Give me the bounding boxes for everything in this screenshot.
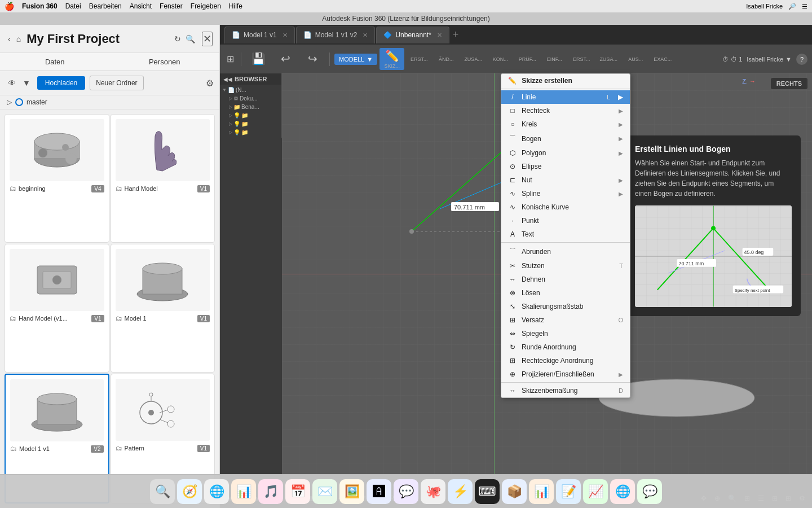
undo-button[interactable]: ↩ (273, 51, 298, 67)
dock-slack[interactable]: 💬 (394, 479, 418, 504)
dock-excel[interactable]: 📈 (583, 479, 608, 504)
menu-item-skizzenbemassung[interactable]: ↔ Skizzenbemaßung D (501, 384, 630, 397)
dock-msg[interactable]: 💬 (637, 479, 662, 504)
tab-close-button[interactable]: ✕ (283, 32, 288, 39)
back-button[interactable]: ‹ (7, 33, 12, 45)
kon-button[interactable]: KON... (488, 55, 513, 63)
tab-daten[interactable]: Daten (0, 53, 110, 71)
dropdown-view-button[interactable]: ▼ (20, 77, 33, 89)
menu-item-abrunden[interactable]: ⌒ Abrunden (501, 244, 630, 259)
menu-item-ellipse[interactable]: ⊙ Ellipse (501, 160, 630, 173)
list-item[interactable]: 🗂 beginning V4 (5, 114, 109, 243)
tab-model1v1[interactable]: 📄 Model 1 v1 ✕ (224, 27, 295, 43)
menu-item-nut[interactable]: ⊏ Nut ▶ (501, 173, 630, 187)
skizze-button[interactable]: ✏️ SKIZ... (379, 48, 404, 70)
settings-button[interactable]: ⚙ (206, 78, 214, 89)
menu-item-bogen[interactable]: ⌒ Bogen ▶ (501, 131, 630, 146)
menu-search-icon[interactable]: ☰ (802, 3, 807, 10)
dock-itunes[interactable]: 🎵 (258, 479, 283, 504)
browser-header[interactable]: ◀◀ BROWSER (220, 73, 281, 85)
menu-header-skizze[interactable]: ✏️ Skizze erstellen (501, 74, 630, 87)
menu-item-punkt[interactable]: · Punkt (501, 214, 630, 227)
einf-button[interactable]: EINF... (542, 55, 567, 63)
eye-view-button[interactable]: 👁 (6, 77, 18, 89)
close-sidebar-button[interactable]: ✕ (202, 32, 213, 46)
user-menu-button[interactable]: Isabell Fricke ▼ (747, 56, 792, 63)
tab-personen[interactable]: Personen (110, 53, 220, 71)
menu-datei[interactable]: Datei (65, 2, 81, 10)
tree-item[interactable]: ▷ 💡 📁 (220, 128, 281, 137)
dock-terminal[interactable]: ⌨ (475, 479, 500, 504)
tree-item[interactable]: ▷ 📁 Bena... (220, 103, 281, 111)
tab-unbenannt[interactable]: 🔷 Unbenannt* ✕ (376, 27, 449, 43)
menu-item-kreis[interactable]: ○ Kreis ▶ (501, 117, 630, 131)
menu-item-skalierung[interactable]: ⤡ Skalierungsmaßstab (501, 300, 630, 313)
menu-fenster[interactable]: Fenster (160, 2, 183, 10)
dock-browser2[interactable]: 🌐 (610, 479, 635, 504)
dock-vscode[interactable]: ⚡ (448, 479, 473, 504)
apple-menu[interactable]: 🍎 (5, 2, 14, 11)
tab-close-button[interactable]: ✕ (437, 32, 442, 39)
help-button[interactable]: ? (796, 54, 807, 65)
menu-item-spline[interactable]: ∿ Spline ▶ (501, 187, 630, 200)
tree-item[interactable]: ▷ 💡 📁 (220, 111, 281, 120)
time-button[interactable]: ⏱ ⏱ 1 (722, 56, 742, 63)
menu-item-polygon[interactable]: ⬡ Polygon ▶ (501, 146, 630, 160)
modell-menu-button[interactable]: MODELL ▼ (334, 54, 377, 65)
refresh-button[interactable]: ↻ (174, 34, 181, 43)
aus-button[interactable]: AUS... (623, 55, 648, 63)
menu-item-rechteck[interactable]: □ Rechteck ▶ (501, 104, 630, 117)
add-tab-button[interactable]: + (453, 29, 459, 41)
menu-item-runde-anordnung[interactable]: ↻ Runde Anordnung (501, 340, 630, 354)
app-menu-fusion[interactable]: Fusion 360 (22, 2, 58, 10)
menu-bearbeiten[interactable]: Bearbeiten (89, 2, 122, 10)
list-item[interactable]: 🗂 Hand Model V1 (111, 114, 215, 243)
save-button[interactable]: 💾 (246, 51, 271, 67)
list-item[interactable]: 🗂 Hand Model (v1... V1 (5, 244, 109, 373)
pruef-button[interactable]: PRÜF... (515, 55, 540, 63)
menu-item-rechteckige-anordnung[interactable]: ⊞ Rechteckige Anordnung (501, 354, 630, 367)
home-button[interactable]: ⌂ (15, 33, 22, 45)
menu-item-versatz[interactable]: ⊞ Versatz O (501, 313, 630, 327)
new-folder-button[interactable]: Neuer Ordner (90, 76, 143, 90)
zusa2-button[interactable]: ZUSA... (596, 55, 621, 63)
dock-chrome[interactable]: 🌐 (204, 479, 229, 504)
aend-button[interactable]: ÄND... (434, 55, 458, 63)
dock-taskmanager[interactable]: 📊 (231, 479, 256, 504)
menu-item-konische-kurve[interactable]: ∿ Konische Kurve (501, 200, 630, 214)
tree-item[interactable]: ▼ 📄 (N... (220, 86, 281, 94)
dock-finder[interactable]: 🔍 (150, 479, 175, 504)
menu-item-spiegeln[interactable]: ⇔ Spiegeln (501, 327, 630, 340)
dock-appstore[interactable]: 🅰 (367, 479, 391, 504)
exac-button[interactable]: EXAC... (650, 55, 675, 63)
upload-button[interactable]: Hochladen (37, 76, 85, 90)
grid-view-button[interactable]: ⊞ (224, 51, 236, 67)
search-button[interactable]: 🔍 (186, 34, 195, 43)
redo-button[interactable]: ↪ (300, 51, 325, 67)
menu-item-dehnen[interactable]: ↔ Dehnen (501, 273, 630, 286)
tree-item[interactable]: ▷ ⚙ Doku... (220, 94, 281, 103)
dock-calendar[interactable]: 📅 (285, 479, 310, 504)
menu-item-loesen[interactable]: ⊗ Lösen (501, 286, 630, 300)
dock-github[interactable]: 🐙 (421, 479, 445, 504)
tab-close-button[interactable]: ✕ (363, 32, 368, 39)
tab-model1v1v2[interactable]: 📄 Model 1 v1 v2 ✕ (296, 27, 376, 43)
menu-ansicht[interactable]: Ansicht (130, 2, 152, 10)
menu-item-projizieren[interactable]: ⊕ Projizieren/Einschließen ▶ (501, 367, 630, 381)
dock-word[interactable]: 📝 (556, 479, 581, 504)
menu-item-stutzen[interactable]: ✂ Stutzen T (501, 259, 630, 273)
menu-freigeben[interactable]: Freigeben (191, 2, 221, 10)
dock-safari[interactable]: 🧭 (177, 479, 202, 504)
dock-powerpoint[interactable]: 📊 (529, 479, 554, 504)
menu-hilfe[interactable]: Hilfe (229, 2, 242, 10)
dock-photos[interactable]: 🖼️ (339, 479, 364, 504)
zusa-button[interactable]: ZUSA... (461, 55, 486, 63)
dock-mail[interactable]: ✉️ (312, 479, 337, 504)
erst2-button[interactable]: ERST... (569, 55, 594, 63)
erst-button[interactable]: ERST... (407, 55, 431, 63)
list-item[interactable]: 🗂 Model 1 V1 (111, 244, 215, 373)
menu-item-text[interactable]: A Text (501, 227, 630, 241)
menu-item-linie[interactable]: / Linie L ▶ (501, 90, 630, 104)
tree-item[interactable]: ▷ 💡 📁 (220, 120, 281, 128)
dock-dropbox[interactable]: 📦 (502, 479, 527, 504)
